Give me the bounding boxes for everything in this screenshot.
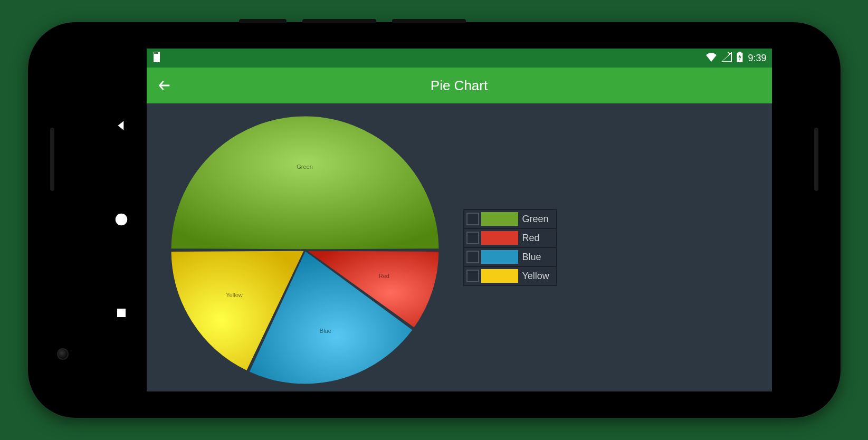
- hw-button: [239, 19, 287, 23]
- legend-swatch: [481, 231, 518, 245]
- status-bar: 9:39: [147, 49, 772, 68]
- legend-checkbox[interactable]: [466, 270, 479, 282]
- nav-back-button[interactable]: [115, 119, 128, 135]
- legend-row-red[interactable]: Red: [464, 228, 557, 247]
- status-time: 9:39: [748, 53, 766, 64]
- svg-rect-1: [117, 309, 126, 317]
- cell-signal-icon: [721, 52, 732, 64]
- legend-row-blue[interactable]: Blue: [464, 247, 557, 266]
- legend-swatch: [481, 250, 518, 264]
- back-button[interactable]: [147, 68, 183, 103]
- page-title: Pie Chart: [431, 78, 488, 94]
- svg-rect-6: [157, 52, 158, 54]
- svg-point-0: [116, 214, 128, 226]
- nav-recents-button[interactable]: [115, 307, 128, 321]
- screen: 9:39 Pie Chart GreenRedBlueYellow GreenR…: [147, 49, 772, 391]
- android-nav-bar: [97, 49, 147, 391]
- legend-label: Yellow: [522, 271, 552, 282]
- legend-label: Red: [522, 233, 552, 244]
- chart-area: GreenRedBlueYellow GreenRedBlueYellow: [147, 103, 772, 391]
- wifi-icon: [705, 52, 717, 64]
- legend-label: Blue: [522, 252, 552, 263]
- legend-checkbox[interactable]: [466, 232, 479, 244]
- svg-rect-3: [154, 52, 155, 54]
- hw-button: [302, 19, 376, 23]
- svg-rect-8: [739, 52, 741, 53]
- pie-slice-green[interactable]: [170, 116, 440, 250]
- svg-rect-4: [155, 52, 156, 54]
- sdcard-icon: [152, 52, 161, 65]
- legend-row-green[interactable]: Green: [464, 209, 557, 228]
- pie-chart[interactable]: GreenRedBlueYellow: [168, 113, 442, 387]
- nav-home-button[interactable]: [113, 212, 129, 229]
- hw-button: [392, 19, 466, 23]
- chart-legend: GreenRedBlueYellow: [463, 209, 557, 286]
- speaker-grille: [50, 128, 54, 191]
- legend-checkbox[interactable]: [466, 213, 479, 225]
- legend-row-yellow[interactable]: Yellow: [464, 266, 557, 285]
- device-frame: 9:39 Pie Chart GreenRedBlueYellow GreenR…: [28, 22, 841, 418]
- battery-charging-icon: [736, 52, 743, 65]
- legend-checkbox[interactable]: [466, 251, 479, 263]
- svg-rect-5: [156, 52, 157, 54]
- app-bar: Pie Chart: [147, 68, 772, 103]
- front-camera: [57, 348, 69, 360]
- legend-swatch: [481, 269, 518, 283]
- legend-swatch: [481, 212, 518, 226]
- speaker-grille: [814, 128, 818, 191]
- legend-label: Green: [522, 214, 552, 225]
